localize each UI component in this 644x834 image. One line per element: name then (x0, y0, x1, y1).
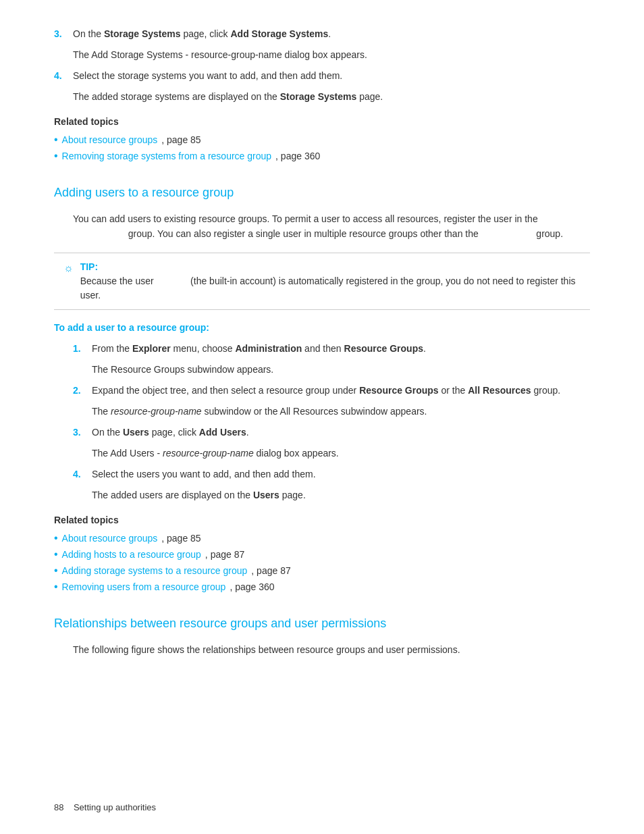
related-topic-item: Removing storage systems from a resource… (54, 149, 590, 163)
add-user-subsection-heading: To add a user to a resource group: (54, 321, 590, 335)
add-user-step-2-content: Expand the object tree, and then select … (92, 384, 590, 398)
adding-users-heading: Adding users to a resource group (54, 184, 590, 202)
administration-bold: Administration (235, 343, 302, 354)
add-user-step-3-content: On the Users page, click Add Users. (92, 425, 590, 440)
related-topics-2-title: Related topics (54, 513, 590, 527)
related-topic-link[interactable]: Removing storage systems from a resource… (62, 149, 271, 163)
add-user-step-4-number: 4. (73, 467, 86, 481)
explorer-bold: Explorer (132, 343, 171, 354)
add-user-step-3-number: 3. (73, 425, 86, 440)
resource-group-name-italic: resource-group-name (111, 406, 202, 417)
add-user-step-2: 2. Expand the object tree, and then sele… (73, 384, 590, 398)
related-topic-suffix: , page 360 (230, 580, 274, 594)
step-4-content: Select the storage systems you want to a… (73, 69, 590, 83)
related-topics-1-list: About resource groups, page 85 Removing … (54, 133, 590, 163)
related-topic-link-storage[interactable]: Adding storage systems to a resource gro… (62, 564, 248, 578)
add-user-step-4-sub: The added users are displayed on the Use… (92, 488, 590, 502)
add-user-step-1: 1. From the Explorer menu, choose Admini… (73, 342, 590, 356)
page-footer: 88 Setting up authorities (54, 801, 156, 814)
related-topic-item: Removing users from a resource group, pa… (54, 580, 590, 594)
related-topic-link-hosts[interactable]: Adding hosts to a resource group (62, 548, 201, 562)
add-user-step-1-content: From the Explorer menu, choose Administr… (92, 342, 590, 356)
storage-systems-bold: Storage Systems (104, 28, 181, 39)
tip-content: Because the user (the built-in account) … (80, 274, 581, 303)
related-topics-2-list: About resource groups, page 85 Adding ho… (54, 531, 590, 594)
all-resources-bold: All Resources (468, 385, 531, 396)
add-user-step-4: 4. Select the users you want to add, and… (73, 467, 590, 481)
resource-group-name-italic-2: resource-group-name (163, 448, 254, 459)
add-users-bold: Add Users (199, 427, 246, 438)
tip-text: TIP: Because the user (the built-in acco… (80, 260, 581, 303)
add-storage-systems-bold: Add Storage Systems (230, 28, 328, 39)
resource-groups-bold-2: Resource Groups (359, 385, 438, 396)
related-topic-link-remove-users[interactable]: Removing users from a resource group (62, 580, 226, 594)
add-user-step-2-number: 2. (73, 384, 86, 398)
tip-label: TIP: (80, 261, 98, 272)
related-topic-suffix: , page 85 (161, 133, 200, 147)
step-3-content: On the Storage Systems page, click Add S… (73, 27, 590, 41)
add-user-step-3-sub: The Add Users - resource-group-name dial… (92, 446, 590, 461)
relationships-body: The following figure shows the relations… (73, 642, 590, 657)
step-3: 3. On the Storage Systems page, click Ad… (54, 27, 590, 41)
related-topic-link[interactable]: About resource groups (62, 133, 158, 147)
page-number: 88 (54, 802, 63, 812)
resource-groups-bold: Resource Groups (344, 343, 423, 354)
related-topic-item: Adding hosts to a resource group, page 8… (54, 548, 590, 562)
users-bold-2: Users (253, 490, 279, 500)
related-topic-item: About resource groups, page 85 (54, 531, 590, 546)
add-user-step-1-sub: The Resource Groups subwindow appears. (92, 363, 590, 377)
users-bold: Users (123, 427, 149, 438)
related-topic-item: Adding storage systems to a resource gro… (54, 564, 590, 578)
add-user-step-3: 3. On the Users page, click Add Users. (73, 425, 590, 440)
tip-box: ☼ TIP: Because the user (the built-in ac… (54, 253, 590, 310)
related-topic-suffix: , page 87 (251, 564, 290, 578)
step-4-sub: The added storage systems are displayed … (73, 90, 590, 104)
related-topics-1-title: Related topics (54, 115, 590, 129)
add-user-step-1-number: 1. (73, 342, 86, 356)
tip-icon: ☼ (63, 260, 74, 276)
step-3-sub: The Add Storage Systems - resource-group… (73, 48, 590, 62)
related-topic-suffix: , page 85 (161, 531, 200, 546)
footer-text: Setting up authorities (74, 802, 156, 812)
step-3-number: 3. (54, 27, 68, 41)
relationships-heading: Relationships between resource groups an… (54, 615, 590, 633)
adding-users-body: You can add users to existing resource g… (73, 211, 590, 242)
step-4: 4. Select the storage systems you want t… (54, 69, 590, 83)
add-user-step-2-sub: The resource-group-name subwindow or the… (92, 405, 590, 419)
step-3-text: On the Storage Systems page, click Add S… (73, 28, 331, 39)
related-topic-link-about[interactable]: About resource groups (62, 531, 158, 546)
step-4-text: Select the storage systems you want to a… (73, 70, 342, 81)
storage-systems-bold-2: Storage Systems (280, 91, 357, 102)
related-topic-item: About resource groups, page 85 (54, 133, 590, 147)
add-user-step-4-content: Select the users you want to add, and th… (92, 467, 590, 481)
add-user-steps: 1. From the Explorer menu, choose Admini… (73, 342, 590, 502)
related-topic-suffix: , page 360 (275, 149, 320, 163)
step-4-number: 4. (54, 69, 68, 83)
related-topic-suffix: , page 87 (205, 548, 244, 562)
